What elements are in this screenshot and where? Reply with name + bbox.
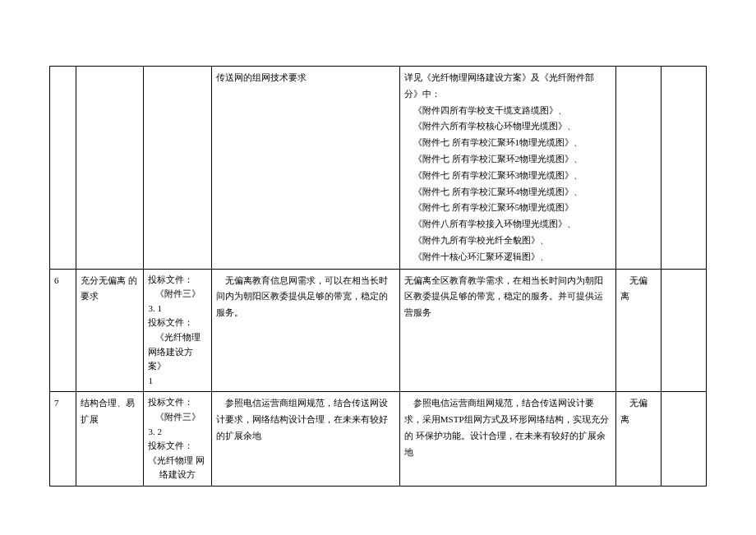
cell-response: 参照电信运营商组网规范，结合传送网设计要求，采用MSTP组网方式及环形网络结构，… — [399, 392, 615, 487]
cell-source: 投标文件： 《附件三》 3. 2 投标文件： 《光纤物理 网 络建设方 — [144, 392, 211, 487]
cell-num: 6 — [50, 269, 76, 392]
cell-item: 结构合理、易扩展 — [76, 392, 144, 487]
cell-extra — [662, 392, 707, 487]
cell-extra — [662, 67, 707, 270]
cell-requirement: 无偏离教育信息网需求，可以在相当长时间内为朝阳区教委提供足够的带宽，稳定的服务。 — [211, 269, 399, 392]
cell-deviation: 无偏离 — [616, 392, 662, 487]
table-row: 6 充分无偏离 的要求 投标文件： 《附件三》 3. 1 投标文件： 《光纤物理… — [50, 269, 707, 392]
table-row: 7 结构合理、易扩展 投标文件： 《附件三》 3. 2 投标文件： 《光纤物理 … — [50, 392, 707, 487]
cell-requirement: 传送网的组网技术要求 — [211, 67, 399, 270]
spec-table: 传送网的组网技术要求 详见《光纤物理网络建设方案》及《光纤附件部分》中： 《附件… — [49, 66, 707, 487]
cell-num — [50, 67, 76, 270]
cell-response: 详见《光纤物理网络建设方案》及《光纤附件部分》中： 《附件四所有学校支干缆支路缆… — [399, 67, 615, 270]
cell-deviation: 无偏离 — [616, 269, 662, 392]
cell-requirement: 参照电信运营商组网规范，结合传送网设计要求，网络结构设计合理，在未来有较好的扩展… — [211, 392, 399, 487]
cell-source — [144, 67, 211, 270]
cell-item — [76, 67, 144, 270]
cell-item: 充分无偏离 的要求 — [76, 269, 144, 392]
cell-response: 无偏离全区教育教学需求，在相当长时间内为朝阳区教委提供足够的带宽，稳定的服务。并… — [399, 269, 615, 392]
cell-num: 7 — [50, 392, 76, 487]
table-row: 传送网的组网技术要求 详见《光纤物理网络建设方案》及《光纤附件部分》中： 《附件… — [50, 67, 707, 270]
cell-deviation — [616, 67, 662, 270]
cell-extra — [662, 269, 707, 392]
cell-source: 投标文件： 《附件三》 3. 1 投标文件： 《光纤物理 网络建设方 案》 1 — [144, 269, 211, 392]
